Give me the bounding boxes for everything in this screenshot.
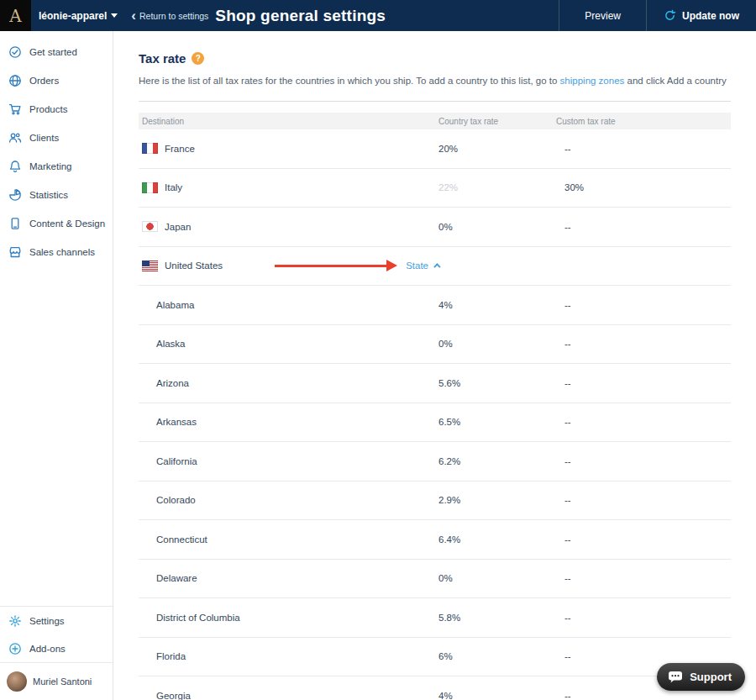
destination-label: Italy — [165, 182, 182, 192]
custom-tax-rate-value: -- — [564, 300, 571, 310]
tax-table-body: France 20% -- Italy 22% 30% Japan 0% -- … — [139, 129, 731, 700]
user-account[interactable]: Muriel Santoni — [0, 663, 113, 700]
table-row[interactable]: Florida 6% -- — [139, 638, 731, 677]
table-row[interactable]: United States State — [139, 247, 731, 287]
destination-label: Connecticut — [142, 534, 207, 545]
table-row[interactable]: Arkansas 6.5% -- — [139, 403, 731, 443]
update-now-label: Update now — [682, 10, 739, 22]
header-country-tax-rate: Country tax rate — [438, 117, 556, 126]
preview-button[interactable]: Preview — [559, 0, 646, 31]
table-row[interactable]: Alabama 4% -- — [139, 286, 731, 325]
destination-label: Arizona — [142, 378, 189, 388]
destination-label: District of Columbia — [142, 613, 240, 623]
sidebar-item-label: Products — [29, 104, 67, 114]
sidebar-item-label: Get started — [29, 47, 77, 57]
country-tax-rate-value: 6.2% — [438, 456, 460, 466]
sidebar-item-statistics[interactable]: Statistics — [0, 181, 113, 209]
sidebar: Get started Orders Products Clients Mark… — [0, 31, 113, 700]
check-circle-icon — [8, 45, 22, 59]
country-tax-rate-value: 0% — [438, 573, 453, 583]
sidebar-item-settings[interactable]: Settings — [0, 607, 113, 634]
globe-icon — [8, 74, 22, 87]
sidebar-bottom: Settings Add-ons Muriel Santoni — [0, 606, 113, 700]
custom-tax-rate-value: -- — [564, 378, 571, 388]
sidebar-item-content-design[interactable]: Content & Design — [0, 209, 113, 238]
update-now-button[interactable]: Update now — [647, 0, 756, 31]
table-row[interactable]: Italy 22% 30% — [139, 169, 731, 208]
sidebar-item-get-started[interactable]: Get started — [0, 38, 113, 66]
table-row[interactable]: Connecticut 6.4% -- — [139, 520, 731, 560]
destination-label: Georgia — [142, 691, 191, 700]
custom-tax-rate-value: 30% — [564, 182, 584, 192]
country-tax-rate-value: 4% — [438, 300, 453, 310]
pie-icon — [8, 188, 22, 202]
sidebar-item-products[interactable]: Products — [0, 95, 113, 124]
users-icon — [8, 131, 22, 145]
sidebar-item-label: Sales channels — [29, 247, 95, 257]
store-switcher[interactable]: léonie-apparel — [39, 10, 118, 22]
support-label: Support — [690, 671, 732, 683]
table-header-row: Destination Country tax rate Custom tax … — [139, 113, 731, 129]
return-to-settings-link[interactable]: ‹ Return to settings — [131, 8, 208, 23]
destination-label: Florida — [142, 651, 186, 661]
destination-label: California — [142, 456, 197, 466]
store-icon — [8, 245, 22, 259]
refresh-icon — [664, 9, 676, 22]
destination-label: Delaware — [142, 573, 197, 583]
sidebar-item-label: Marketing — [29, 161, 72, 171]
sidebar-item-label: Content & Design — [29, 218, 105, 229]
custom-tax-rate-value: -- — [564, 691, 571, 700]
country-flag-icon — [142, 182, 158, 193]
back-chevron-icon: ‹ — [131, 8, 136, 23]
destination-label: Alaska — [142, 339, 186, 349]
destination-label: Japan — [165, 222, 191, 232]
country-tax-rate-value: 4% — [438, 691, 453, 700]
sidebar-item-add-ons[interactable]: Add-ons — [0, 634, 113, 662]
chat-bubble-icon — [668, 671, 683, 683]
main-content: Tax rate ? Here is the list of all tax r… — [113, 31, 756, 700]
custom-tax-rate-value: -- — [564, 495, 571, 505]
tax-rate-table: Destination Country tax rate Custom tax … — [139, 101, 731, 700]
header-destination: Destination — [139, 117, 438, 126]
destination-label: United States — [165, 261, 223, 271]
shipping-zones-link[interactable]: shipping zones — [560, 76, 625, 86]
table-row[interactable]: Japan 0% -- — [139, 208, 731, 247]
table-row[interactable]: France 20% -- — [139, 129, 731, 169]
table-row[interactable]: District of Columbia 5.8% -- — [139, 598, 731, 638]
table-row[interactable]: California 6.2% -- — [139, 442, 731, 482]
table-row[interactable]: Arizona 5.6% -- — [139, 364, 731, 403]
custom-tax-rate-value: -- — [564, 534, 571, 545]
custom-tax-rate-value: -- — [564, 651, 571, 661]
table-row[interactable]: Delaware 0% -- — [139, 560, 731, 599]
red-arrow-annotation — [275, 260, 397, 271]
sidebar-item-label: Orders — [29, 76, 59, 86]
sidebar-nav: Get started Orders Products Clients Mark… — [0, 31, 113, 266]
support-button[interactable]: Support — [657, 663, 745, 691]
country-flag-icon — [142, 143, 158, 154]
country-tax-rate-value: 22% — [438, 182, 458, 192]
user-name-label: Muriel Santoni — [33, 676, 92, 687]
sidebar-item-clients[interactable]: Clients — [0, 124, 113, 152]
country-tax-rate-value: 5.8% — [438, 613, 460, 623]
table-row[interactable]: Georgia 4% -- — [139, 676, 731, 700]
sidebar-bottom-nav: Settings Add-ons — [0, 607, 113, 662]
store-logo[interactable]: A — [0, 0, 31, 31]
sidebar-item-label: Add-ons — [29, 644, 66, 654]
chevron-up-icon — [433, 263, 440, 270]
help-icon[interactable]: ? — [192, 52, 204, 65]
sidebar-item-label: Settings — [29, 616, 65, 626]
state-collapse-toggle[interactable]: State — [406, 261, 438, 271]
sidebar-item-marketing[interactable]: Marketing — [0, 152, 113, 181]
avatar — [7, 671, 27, 692]
sidebar-item-sales-channels[interactable]: Sales channels — [0, 238, 113, 266]
sidebar-item-label: Statistics — [29, 190, 68, 200]
table-row[interactable]: Alaska 0% -- — [139, 325, 731, 365]
table-row[interactable]: Colorado 2.9% -- — [139, 482, 731, 521]
sidebar-item-orders[interactable]: Orders — [0, 66, 113, 95]
cart-icon — [8, 103, 22, 116]
country-tax-rate-value: 5.6% — [438, 378, 460, 388]
top-bar: A léonie-apparel ‹ Return to settings Sh… — [0, 0, 756, 31]
country-flag-icon — [142, 261, 158, 271]
custom-tax-rate-value: -- — [564, 573, 571, 583]
plus-circle-icon — [8, 642, 22, 655]
